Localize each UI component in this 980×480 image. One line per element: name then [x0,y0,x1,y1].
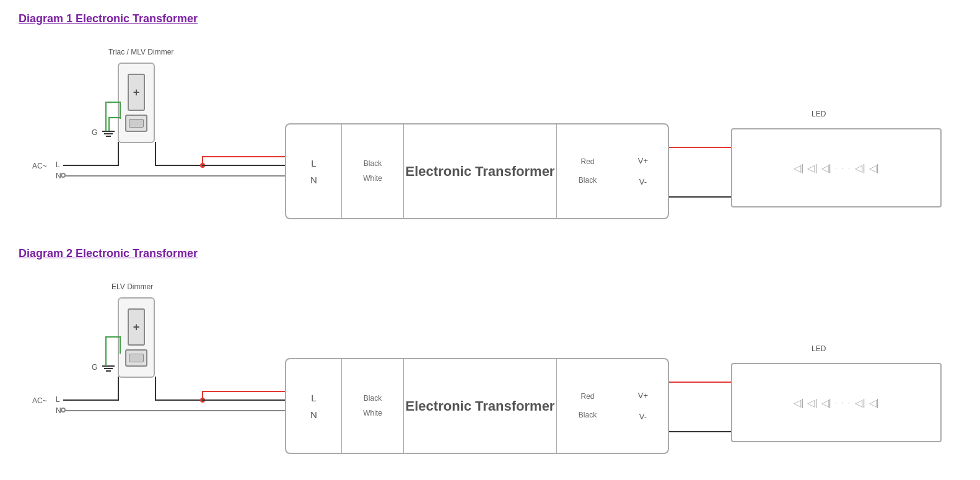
diagram2-dimmer-label: ELV Dimmer [112,282,153,291]
diagram2-transformer-name: Electronic Transformer [404,359,556,453]
diagram1-dimmer-bottom-inner [129,119,144,128]
diagram2-output-red: Red [580,390,594,404]
diagram2-diode1: ◁| [794,397,803,409]
diagram1-ground-line2 [104,133,113,134]
diagram1-canvas: Triac / MLV Dimmer G AC~ L N [19,37,960,222]
diagram2-red-wire-h [202,391,285,392]
diagram2-transformer-mid: Black White [342,359,404,453]
diagram2-ac-label: AC~ [32,396,47,405]
diagram1-led-dots: · · · [835,164,852,172]
diagram2-ground-line2 [104,368,113,369]
diagram1-n-wire [63,175,285,177]
diagram2-dimmer-slider [128,308,145,346]
diagram1-transformer-left: L N [286,124,342,218]
diagram1-l-label: L [56,160,60,169]
diagram1-n-dot [61,173,66,178]
diagram1-input-black: Black [364,158,382,170]
diagram1-l-wire-2 [118,142,119,166]
diagram2-l-wire-1 [63,399,119,401]
diagram2-canvas: ELV Dimmer G AC~ L N [19,271,960,457]
diagram1-diode2: ◁| [807,162,817,174]
diagram2-transformer-left: L N [286,359,342,453]
diagram1-led-label: LED [812,110,826,118]
diagram1-ac-label: AC~ [32,162,47,170]
diagram1-diode4: ◁| [855,162,865,174]
diagram2-output-black: Black [579,409,597,422]
diagram2-input-black: Black [364,393,382,404]
diagram2-l-label: L [56,395,60,404]
diagram1-transformer-box: L N Black White Electronic Transformer R… [285,123,669,219]
diagram2-dimmer-bottom [125,349,147,367]
diagram2-vplus-wire [669,382,731,383]
diagram1-led-diodes: ◁| ◁| ◁| · · · ◁| ◁| [794,162,878,174]
diagram2-n-wire [63,410,285,411]
diagram2-transformer-box: L N Black White Electronic Transformer R… [285,358,669,454]
diagram1-vminus: V- [639,174,647,190]
diagram1-dimmer-label: Triac / MLV Dimmer [108,48,173,56]
diagram1-l-wire-3 [155,142,156,166]
diagram1-ground-line3 [106,136,111,137]
diagram1-green-wire-h2 [105,102,121,103]
diagram1-diode3: ◁| [821,162,831,174]
diagram1-vpm: V+ V- [618,124,668,218]
diagram1-dimmer-box [118,63,155,143]
diagram2-n-dot [61,408,66,412]
diagram1-vminus-wire [669,196,731,198]
diagram2-diode2: ◁| [807,397,817,409]
diagram2-diode3: ◁| [821,397,831,409]
diagram1-green-wire-v3 [105,102,107,131]
diagram2-green-wire-h2 [105,336,121,338]
diagram1-diode5: ◁| [869,162,879,174]
diagram1-input-white: White [363,173,382,185]
diagram1-g-label: G [92,128,97,137]
diagram1-transformer-L: L [311,155,316,172]
diagram2-led-box: ◁| ◁| ◁| · · · ◁| ◁| [731,363,942,442]
diagram1-vplus: V+ [638,153,648,169]
diagram1-dimmer-bottom [125,115,147,132]
diagram2-led-label: LED [812,344,826,353]
diagram1-l-wire-1 [63,165,119,166]
diagram1-transformer-N: N [310,172,317,188]
diagram1-diode1: ◁| [794,162,803,174]
diagram2-dimmer-box [118,297,155,378]
diagram2-l-wire-2 [118,377,119,401]
diagram2-led-dots: · · · [835,398,852,407]
diagram2-section: Diagram 2 Electronic Transformer ELV Dim… [19,247,961,457]
diagram1-ground-line1 [102,131,115,132]
diagram2-vpm: V+ V- [618,359,668,453]
diagram1-output-black: Black [579,174,597,188]
diagram1-vplus-wire [669,147,731,148]
diagram1-black-wire-to-transformer [202,165,286,166]
diagram2-ground-line3 [106,370,111,372]
diagram2-title: Diagram 2 Electronic Transformer [19,247,961,260]
diagram2-diode4: ◁| [855,397,865,409]
diagram2-black-wire-to-transformer [202,399,286,401]
diagram1-transformer-right: Red Black [556,124,618,218]
diagram2-transformer-N: N [310,406,317,423]
diagram2-diode5: ◁| [869,397,879,409]
diagram1-l-wire-4 [155,165,204,166]
diagram1-green-wire-h [108,117,121,118]
diagram1-transformer-mid: Black White [342,124,404,218]
diagram2-vplus: V+ [638,388,648,404]
diagram2-g-label: G [92,363,97,372]
diagram2-ground-line1 [102,365,115,367]
diagram2-transformer-L: L [311,390,316,406]
diagram2-l-wire-3 [155,377,156,401]
diagram2-transformer-right: Red Black [556,359,618,453]
diagram2-vminus-wire [669,431,731,432]
diagram2-input-white: White [363,408,382,419]
diagram1-transformer-name: Electronic Transformer [404,124,556,218]
diagram2-green-wire-v3 [105,336,107,366]
diagram1-red-wire-h [202,156,285,157]
diagram1-dimmer-slider [128,74,145,111]
diagram2-vminus: V- [639,409,647,425]
diagram2-green-wire-v2 [120,336,121,354]
diagram1-output-red: Red [580,155,594,169]
diagram2-led-diodes: ◁| ◁| ◁| · · · ◁| ◁| [794,397,878,409]
diagram1-green-wire-v [108,117,110,131]
diagram2-l-wire-4 [155,399,204,401]
diagram1-led-box: ◁| ◁| ◁| · · · ◁| ◁| [731,128,942,207]
diagram2-dimmer-bottom-inner [129,354,144,362]
diagram1-section: Diagram 1 Electronic Transformer Triac /… [19,12,961,222]
